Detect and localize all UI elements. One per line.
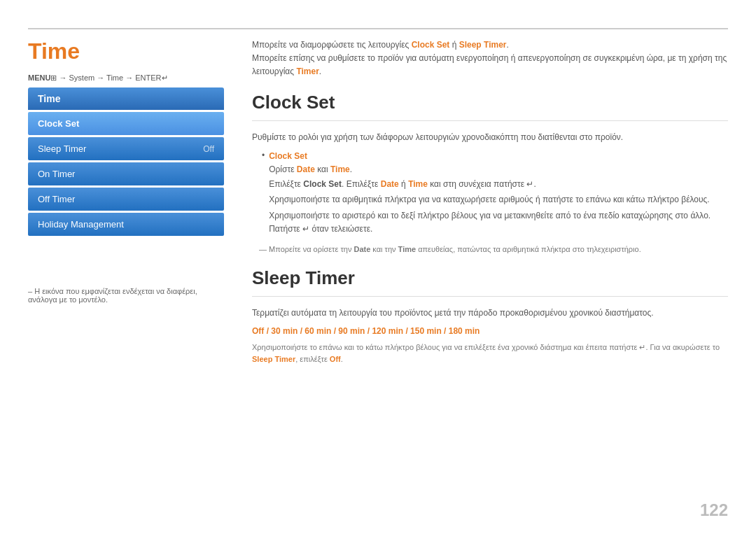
enter-icon: ↵ (162, 73, 168, 82)
top-divider (28, 28, 728, 29)
clock-set-title: Clock Set (252, 92, 728, 113)
sidebar-item-holiday-management[interactable]: Holiday Management (28, 213, 224, 236)
sidebar-item-on-timer[interactable]: On Timer (28, 162, 224, 185)
menu-icon: ⊞ (50, 73, 57, 82)
sidebar-item-label: Holiday Management (38, 219, 124, 230)
menu-label: MENU (28, 73, 50, 82)
time-highlight: Time (330, 164, 350, 174)
sidebar-header: Time (28, 87, 224, 110)
bullet-content: Clock Set Ορίστε Date και Time. Επιλέξτε… (269, 150, 728, 238)
highlight-timer: Timer (296, 66, 318, 76)
sidebar-item-label: Off Timer (38, 194, 75, 204)
clock-set-note: Μπορείτε να ορίσετε την Date και την Tim… (252, 244, 728, 255)
page-number: 122 (700, 500, 728, 520)
menu-path-text: → System → Time → ENTER (59, 73, 161, 82)
bullet-clock-set: • Clock Set Ορίστε Date και Time. Επιλέξ… (262, 150, 728, 238)
sub-bullet-3: Χρησιμοποιήστε το αριστερό και το δεξί π… (269, 209, 728, 236)
off-highlight: Off (330, 355, 341, 363)
sidebar-item-label: On Timer (38, 169, 75, 179)
sub-bullet-2: Χρησιμοποιήστε τα αριθμητικά πλήκτρα για… (269, 193, 728, 206)
sidebar-menu: Time Clock Set Sleep Timer Off On Timer … (28, 87, 224, 236)
sleep-timer-divider (252, 296, 728, 297)
bullet-title-highlight: Clock Set (269, 151, 307, 161)
highlight-clock-set: Clock Set (412, 40, 450, 50)
sleep-timer-note: Χρησιμοποιήστε το επάνω και το κάτω πλήκ… (252, 342, 728, 366)
bullet-sub-text: Ορίστε Date και Time. (269, 164, 352, 174)
main-content: Μπορείτε να διαμορφώσετε τις λειτουργίες… (252, 38, 728, 366)
sidebar-item-label: Clock Set (38, 118, 79, 129)
intro-paragraph: Μπορείτε να διαμορφώσετε τις λειτουργίες… (252, 38, 728, 79)
sub-bullets: Επιλέξτε Clock Set. Επιλέξτε Date ή Time… (269, 178, 728, 236)
sleep-timer-title: Sleep Timer (252, 267, 728, 289)
sidebar-note: – Η εικόνα που εμφανίζεται ενδέχεται να … (28, 287, 224, 304)
page-title: Time (28, 38, 80, 64)
sidebar-item-clock-set[interactable]: Clock Set (28, 112, 224, 135)
intro-line1: Μπορείτε να διαμορφώσετε τις λειτουργίες… (252, 38, 728, 52)
clock-set-desc: Ρυθμίστε το ρολόι για χρήση των διάφορων… (252, 131, 728, 144)
sidebar-item-off-timer[interactable]: Off Timer (28, 188, 224, 211)
sleep-timer-badge: Off (203, 144, 214, 154)
highlight-sleep-timer: Sleep Timer (459, 40, 507, 50)
sleep-timer-highlight: Sleep Timer (252, 355, 295, 363)
sleep-timer-desc: Τερματίζει αυτόματα τη λειτουργία του πρ… (252, 307, 728, 320)
sub-bullet-1: Επιλέξτε Clock Set. Επιλέξτε Date ή Time… (269, 178, 728, 191)
sidebar-item-sleep-timer[interactable]: Sleep Timer Off (28, 137, 224, 160)
clock-set-divider (252, 120, 728, 121)
bullet-dot: • (262, 150, 265, 160)
menu-path: MENU⊞ → System → Time → ENTER↵ (28, 73, 168, 83)
date-highlight: Date (297, 164, 315, 174)
sidebar-item-label: Sleep Timer (38, 143, 86, 154)
clock-set-bullets: • Clock Set Ορίστε Date και Time. Επιλέξ… (262, 150, 728, 238)
sleep-timer-options: Off / 30 min / 60 min / 90 min / 120 min… (252, 326, 728, 336)
intro-line2: Μπορείτε επίσης να ρυθμίσετε το προϊόν γ… (252, 52, 728, 78)
